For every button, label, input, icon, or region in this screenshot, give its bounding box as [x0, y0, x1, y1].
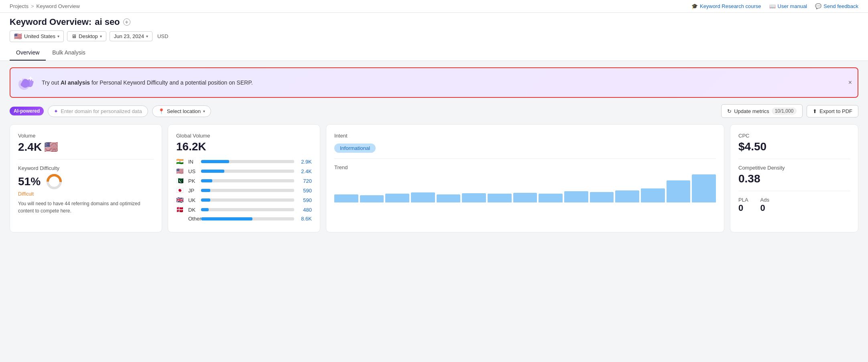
top-links: 🎓 Keyword Research course 📖 User manual …: [691, 3, 858, 9]
bar-fill: [201, 208, 209, 211]
country-label: United States: [24, 33, 55, 39]
trend-bar: [462, 193, 486, 202]
filters-row: 🇺🇸 United States ▾ 🖥 Desktop ▾ Jun 23, 2…: [10, 30, 858, 42]
sparkle-icon: ✦: [54, 108, 58, 114]
pla-section: PLA 0: [738, 197, 748, 213]
toolbar: AI-powered ✦ Enter domain for personaliz…: [10, 104, 858, 118]
global-volume-label: Global Volume: [176, 133, 312, 139]
device-label: Desktop: [79, 33, 98, 39]
desktop-icon: 🖥: [71, 33, 77, 39]
global-volume-value: 16.2K: [176, 140, 312, 153]
breadcrumb: Projects > Keyword Overview: [10, 3, 80, 9]
trend-bar: [334, 194, 358, 202]
trend-bar: [641, 188, 665, 202]
country-value: 720: [297, 178, 312, 184]
bar-background: [201, 198, 294, 202]
trend-bar: [667, 180, 691, 202]
trend-chart: [334, 174, 716, 202]
bar-background: [201, 217, 294, 220]
device-filter[interactable]: 🖥 Desktop ▾: [67, 31, 106, 41]
pla-label: PLA: [738, 197, 748, 203]
trend-bar: [513, 193, 537, 202]
breadcrumb-projects[interactable]: Projects: [10, 3, 28, 9]
tab-bulk-analysis[interactable]: Bulk Analysis: [46, 45, 91, 61]
country-filter[interactable]: 🇺🇸 United States ▾: [10, 30, 64, 42]
list-item: Other 8.6K: [176, 216, 312, 222]
trend-bar: [437, 194, 461, 202]
ads-value: 0: [760, 203, 769, 213]
list-item: 🇯🇵 JP 590: [176, 187, 312, 194]
keyword-research-course-link[interactable]: 🎓 Keyword Research course: [691, 3, 761, 9]
keyword-name: ai seo: [95, 17, 120, 27]
country-flag-icon: 🇬🇧: [176, 196, 185, 204]
country-code: JP: [188, 188, 198, 194]
trend-bar: [564, 191, 588, 202]
user-manual-link[interactable]: 📖 User manual: [769, 3, 807, 9]
volume-value: 2.4K 🇺🇸: [18, 140, 154, 154]
trend-bar: [590, 192, 614, 202]
location-button[interactable]: 📍 Select location ▾: [152, 105, 211, 117]
tabs-row: Overview Bulk Analysis: [10, 45, 858, 61]
date-filter[interactable]: Jun 23, 2024 ▾: [110, 31, 152, 41]
intent-trend-card: Intent Informational Trend: [326, 124, 724, 233]
volume-flag: 🇺🇸: [44, 140, 58, 154]
update-metrics-button[interactable]: ↻ Update metrics 10/1,000: [721, 104, 803, 118]
bar-background: [201, 189, 294, 192]
ai-banner-close-button[interactable]: ×: [848, 79, 852, 86]
comp-density-value: 0.38: [738, 172, 850, 185]
country-code: PK: [188, 178, 198, 184]
trend-bar: [488, 194, 512, 202]
country-chevron-icon: ▾: [57, 34, 59, 38]
country-value: 8.6K: [297, 216, 312, 222]
trend-label: Trend: [334, 164, 716, 170]
device-chevron-icon: ▾: [100, 34, 102, 38]
bar-fill: [201, 160, 229, 163]
list-item: 🇩🇰 DK 480: [176, 206, 312, 213]
domain-input-button[interactable]: ✦ Enter domain for personalized data: [48, 105, 148, 117]
country-flag-icon: 🇺🇸: [176, 168, 185, 175]
kd-sublabel: Difficult: [18, 191, 154, 197]
country-code: UK: [188, 197, 198, 203]
kd-value: 51%: [18, 173, 154, 190]
list-item: 🇺🇸 US 2.4K: [176, 168, 312, 175]
domain-placeholder: Enter domain for personalized data: [61, 108, 142, 114]
kd-desc: You will need to have 44 referring domai…: [18, 200, 154, 214]
main-content: Try out AI analysis for Personal Keyword…: [0, 61, 868, 239]
country-value: 2.9K: [297, 159, 312, 165]
ai-banner-icon: [17, 73, 36, 92]
trend-bar: [411, 192, 435, 202]
date-label: Jun 23, 2024: [114, 33, 144, 39]
page-header: Keyword Overview: ai seo + 🇺🇸 United Sta…: [0, 13, 868, 61]
country-value: 480: [297, 207, 312, 213]
country-value: 2.4K: [297, 168, 312, 174]
breadcrumb-sep: >: [31, 3, 34, 9]
country-list: 🇮🇳 IN 2.9K 🇺🇸 US 2.4K 🇵🇰 PK 720 🇯🇵 JP 59…: [176, 158, 312, 222]
location-label: Select location: [167, 108, 201, 114]
message-icon: 💬: [815, 3, 821, 9]
country-flag-icon: 🇯🇵: [176, 187, 185, 194]
book-icon: 📖: [769, 3, 776, 9]
page-title: Keyword Overview: ai seo +: [10, 17, 858, 27]
trend-bar: [539, 194, 563, 202]
country-value: 590: [297, 188, 312, 194]
intent-badge: Informational: [334, 144, 376, 153]
country-code: Other: [188, 216, 198, 222]
export-pdf-button[interactable]: ⬆ Export to PDF: [807, 105, 858, 117]
bar-background: [201, 208, 294, 211]
intent-label: Intent: [334, 133, 716, 139]
cpc-value: $4.50: [738, 140, 850, 153]
bar-background: [201, 170, 294, 173]
add-keyword-button[interactable]: +: [123, 18, 130, 26]
country-flag-icon: 🇮🇳: [176, 158, 185, 165]
list-item: 🇮🇳 IN 2.9K: [176, 158, 312, 165]
toolbar-right: ↻ Update metrics 10/1,000 ⬆ Export to PD…: [721, 104, 858, 118]
cpc-label: CPC: [738, 133, 850, 139]
send-feedback-link[interactable]: 💬 Send feedback: [815, 3, 858, 9]
list-item: 🇬🇧 UK 590: [176, 196, 312, 204]
kd-donut-chart: [45, 173, 63, 190]
refresh-icon: ↻: [727, 108, 732, 114]
country-value: 590: [297, 197, 312, 203]
volume-kd-card: Volume 2.4K 🇺🇸 Keyword Difficulty 51% Di…: [10, 124, 162, 233]
pla-value: 0: [738, 203, 748, 213]
tab-overview[interactable]: Overview: [10, 45, 46, 61]
